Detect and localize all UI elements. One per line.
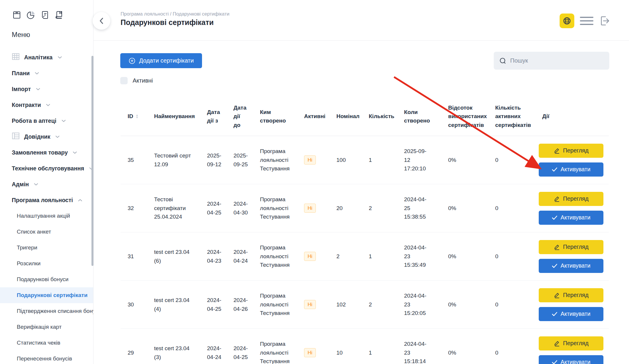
- archive-icon[interactable]: [12, 10, 22, 20]
- cell-active-count: 0: [488, 136, 535, 184]
- view-button[interactable]: Перегляд: [539, 192, 603, 206]
- cell-name-value: test cert 23.04 (6): [154, 248, 194, 265]
- cell-created-by-value: Програма лояльності Тестування: [260, 147, 292, 173]
- cell-active: Ні: [297, 184, 329, 232]
- cell-nominal: 2: [329, 232, 362, 280]
- column-header-4: Ким створено: [253, 97, 297, 136]
- sidebar-collapse-button[interactable]: [93, 12, 110, 30]
- sidebar-item-4[interactable]: Робота в аптеці: [0, 113, 93, 129]
- cell-date-to: 2024-04-30: [226, 184, 253, 232]
- sidebar-subitem-7[interactable]: Верифікація карт: [0, 319, 93, 335]
- column-header-label: Дата дії з: [207, 108, 222, 125]
- column-header-7: Кількість: [362, 97, 397, 136]
- document-icon[interactable]: [40, 10, 50, 20]
- cell-date-to: 2024-04-25: [226, 329, 253, 364]
- sidebar-item-3[interactable]: Контракти: [0, 97, 93, 113]
- cell-name: test cert 23.04 (4): [147, 281, 200, 328]
- cell-quantity: 1: [362, 329, 397, 364]
- cell-created-by: Програма лояльності Тестування: [253, 281, 297, 328]
- sidebar-item-1[interactable]: Плани: [0, 65, 93, 81]
- cell-active-count-value: 0: [495, 204, 498, 212]
- grid-icon: [12, 53, 20, 62]
- column-header-10: Кількість активних сертифікатів: [488, 97, 535, 136]
- sidebar-subitem-4[interactable]: Подарункові бонуси: [0, 271, 93, 287]
- cell-name-value: Тестовий серт 12.09: [154, 151, 194, 169]
- activate-button[interactable]: Активувати: [539, 162, 603, 177]
- active-checkbox[interactable]: [120, 77, 128, 84]
- sidebar-subitem-label: Статистика чеків: [17, 340, 60, 346]
- view-button-label: Перегляд: [563, 244, 589, 250]
- cell-id-value: 35: [128, 156, 134, 164]
- cell-name: test cert 23.04 (6): [147, 232, 200, 280]
- activate-button[interactable]: Активувати: [539, 355, 603, 364]
- activate-button[interactable]: Активувати: [539, 259, 603, 273]
- cell-quantity: 1: [362, 232, 397, 280]
- activate-button-label: Активувати: [560, 166, 590, 173]
- sidebar-subitem-label: Верифікація карт: [17, 324, 61, 330]
- cell-name-value: test cert 23.04 (4): [154, 296, 194, 313]
- cell-active-count: 0: [488, 281, 535, 328]
- sidebar-subitem-9[interactable]: Перенесення бонусів: [0, 351, 93, 364]
- chevron-down-icon: [55, 135, 60, 138]
- sidebar-item-7[interactable]: Технічне обслуговування: [0, 160, 93, 176]
- activate-button[interactable]: Активувати: [539, 211, 603, 225]
- cell-created-by-value: Програма лояльності Тестування: [260, 340, 292, 364]
- sidebar-item-label: Програма лояльності: [12, 197, 73, 204]
- sidebar-scrollbar[interactable]: [91, 56, 94, 266]
- cell-nominal-value: 100: [336, 156, 346, 164]
- view-button[interactable]: Перегляд: [539, 240, 603, 254]
- sidebar-item-8[interactable]: Адмін: [0, 176, 93, 192]
- cell-quantity: 2: [362, 281, 397, 328]
- activate-button[interactable]: Активувати: [539, 307, 603, 321]
- sidebar-item-6[interactable]: Замовлення товару: [0, 145, 93, 160]
- column-header-label: Активні: [304, 112, 326, 120]
- sidebar-item-label: Замовлення товару: [12, 149, 68, 156]
- cell-active: Ні: [297, 281, 329, 328]
- view-button[interactable]: Перегляд: [539, 144, 603, 158]
- book-icon[interactable]: [54, 10, 64, 20]
- sidebar-item-0[interactable]: Аналітика: [0, 49, 93, 65]
- cell-name: Тестовий серт 12.09: [147, 136, 200, 184]
- sidebar-subitem-1[interactable]: Список анкет: [0, 224, 93, 240]
- sidebar-subitem-2[interactable]: Тригери: [0, 240, 93, 256]
- globe-icon: [563, 16, 571, 25]
- cell-created-by: Програма лояльності Тестування: [253, 329, 297, 364]
- sidebar-subitem-3[interactable]: Розсилки: [0, 256, 93, 271]
- hamburger-menu-icon[interactable]: [580, 17, 593, 25]
- add-certificates-button[interactable]: Додати сертифікати: [120, 53, 202, 68]
- cell-nominal: 100: [329, 136, 362, 184]
- activate-button-label: Активувати: [560, 262, 590, 269]
- sidebar-nav: АналітикаПланиІмпортКонтрактиРобота в ап…: [0, 49, 93, 364]
- cell-used-percent: 0%: [441, 281, 488, 328]
- column-header-label: ID: [128, 112, 133, 120]
- sidebar-item-5[interactable]: Довідник: [0, 129, 93, 145]
- sidebar-subitem-8[interactable]: Статистика чеків: [0, 335, 93, 351]
- search-input[interactable]: [510, 57, 604, 64]
- breadcrumb: Програма лояльності / Подарункові сертиф…: [121, 11, 229, 17]
- sidebar-subitem-0[interactable]: Налаштування акцій: [0, 208, 93, 224]
- sidebar-subitem-5[interactable]: Подарункові сертифікати: [0, 287, 93, 303]
- logout-button[interactable]: [598, 14, 611, 28]
- pie-chart-icon[interactable]: [26, 10, 36, 20]
- status-badge: Ні: [304, 252, 316, 261]
- cell-date-from: 2024-04-23: [200, 232, 226, 280]
- language-button[interactable]: [560, 14, 574, 28]
- column-header-0[interactable]: ID▲▼: [121, 97, 147, 136]
- active-filter: Активні: [120, 77, 153, 84]
- cell-nominal-value: 10: [336, 348, 343, 357]
- sidebar-item-label: Імпорт: [12, 86, 31, 93]
- view-button[interactable]: Перегляд: [539, 288, 603, 302]
- sidebar-subitem-6[interactable]: Підтвердження списання бону...: [0, 303, 93, 319]
- chevron-down-icon: [35, 72, 39, 75]
- cell-name: Тестові сертифікати 25.04.2024: [147, 184, 200, 232]
- cell-created-at-value: 2024-04-23 15:35:49: [404, 243, 432, 269]
- sidebar-top-icons: [12, 10, 64, 20]
- cell-actions: ПереглядАктивувати: [535, 281, 609, 328]
- sidebar-item-9[interactable]: Програма лояльності: [0, 192, 93, 208]
- column-header-label: Дії: [542, 112, 549, 120]
- view-button[interactable]: Перегляд: [539, 336, 603, 350]
- row-actions: ПереглядАктивувати: [542, 192, 604, 225]
- cell-id: 30: [121, 281, 147, 328]
- sidebar-item-2[interactable]: Імпорт: [0, 81, 93, 97]
- sort-icon[interactable]: ▲▼: [136, 114, 139, 119]
